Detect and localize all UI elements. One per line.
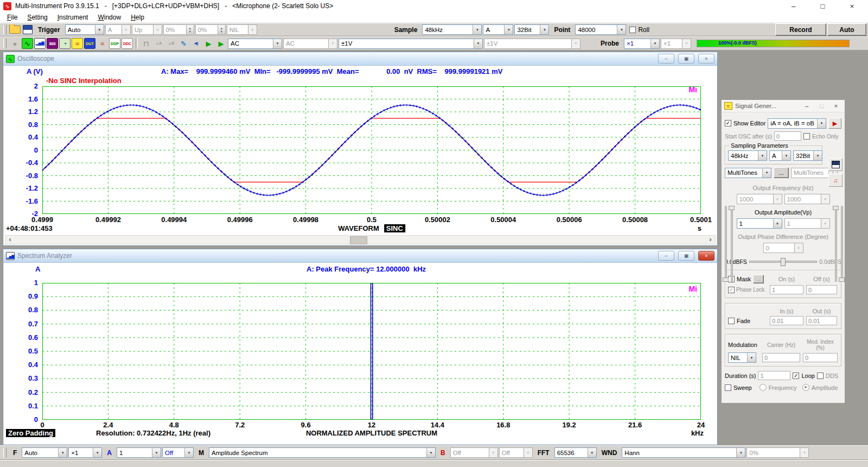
siggen-save-button[interactable]	[828, 158, 843, 171]
spectrum-restore-button[interactable]: ▣	[678, 251, 694, 261]
signal-generator-toolbar-icon[interactable]: ≈	[72, 38, 83, 49]
window-title: Multi-Instrument Pro 3.9.15.1 - [+3DP+DL…	[15, 2, 333, 10]
amplitude-slider-b-inner[interactable]	[833, 206, 838, 282]
sample-rate-select[interactable]: 48kHz▼	[422, 24, 482, 35]
mask-label: Mask	[737, 276, 751, 282]
routing-select[interactable]: iA = oA, iB = oB▼	[768, 118, 826, 129]
mic-stand-icon[interactable]: ⊓	[141, 38, 152, 49]
osc-x-tick-label: 0.50006	[557, 216, 582, 224]
fade-checkbox[interactable]	[728, 318, 735, 324]
trigger-mode-select[interactable]: Auto▼	[65, 24, 104, 35]
oscilloscope-minimize-button[interactable]: –	[658, 54, 674, 64]
calibration-icon[interactable]: ✎	[178, 38, 189, 49]
oscilloscope-view-icon[interactable]: ∿	[22, 38, 33, 49]
scroll-right-arrow[interactable]: ›	[706, 236, 715, 244]
menu-setting[interactable]: Setting	[22, 12, 52, 22]
probe-a-select[interactable]: ×1▼	[624, 39, 660, 49]
spectrum-titlebar[interactable]: ▂▅▇ Spectrum Analyzer – ▣ ×	[3, 249, 717, 263]
output-phase-label: Output Phase Difference (Degree)	[738, 234, 828, 240]
sinc-annotation: -No SINC Interpolation	[46, 77, 122, 85]
zero-padding-badge[interactable]: Zero Padding	[6, 429, 55, 437]
duration-input: 1	[758, 371, 790, 380]
dbfs-slider-handle[interactable]	[781, 258, 786, 266]
play-loop-icon[interactable]: ▶	[215, 38, 227, 49]
open-file-icon[interactable]	[9, 24, 21, 35]
siggen-tone-button[interactable]: ♫	[828, 174, 843, 187]
ground-b-icon[interactable]: ⊥B	[165, 38, 177, 49]
oscilloscope-titlebar[interactable]: ∿ Oscilloscope – ▣ ×	[3, 52, 717, 66]
mask-on-label: On (s)	[770, 276, 803, 282]
amplitude-slider-a-inner[interactable]	[729, 206, 733, 282]
spectrum-3d-view-icon[interactable]: ◔	[59, 38, 71, 49]
siggen-minimize-button[interactable]: –	[801, 103, 813, 109]
fade-in-label: In (s)	[770, 308, 803, 314]
frequency-axis-select[interactable]: Auto▼	[22, 447, 67, 458]
speaker-icon[interactable]: ◀)	[190, 38, 202, 49]
range-a-select[interactable]: ±1V▼	[339, 39, 483, 49]
oscilloscope-scrollbar[interactable]: ‹ ›	[5, 235, 716, 244]
trigger-edge-select: Up▼	[132, 24, 162, 35]
dut-icon[interactable]: DUT	[84, 38, 95, 49]
status-strip	[0, 460, 868, 467]
signal-generator-titlebar[interactable]: ≈ Signal Gener... – □ ×	[722, 100, 845, 112]
minimize-button[interactable]: –	[781, 2, 806, 10]
play-icon[interactable]: ▶	[203, 38, 214, 49]
waveform-a-select[interactable]: MultiTones▼	[725, 168, 771, 178]
menu-instrument[interactable]: Instrument	[53, 12, 93, 22]
a-display-select[interactable]: Off▼	[162, 447, 194, 458]
close-button[interactable]: ×	[839, 2, 865, 10]
oscilloscope-close-button[interactable]: ×	[698, 54, 714, 64]
multitones-edit-button[interactable]: ...	[774, 167, 789, 178]
roll-checkbox[interactable]: Roll	[627, 26, 652, 34]
amp-a-select[interactable]: 1▼	[737, 218, 782, 229]
spec-x-tick-label: 7.2	[235, 421, 245, 429]
toolbar-gripper	[3, 39, 7, 48]
oscilloscope-restore-button[interactable]: ▣	[678, 54, 694, 64]
window-function-select[interactable]: Hann▼	[622, 447, 745, 458]
coupling-a-select[interactable]: AC▼	[228, 39, 282, 49]
save-file-icon[interactable]	[22, 24, 33, 35]
scroll-left-arrow[interactable]: ‹	[5, 236, 15, 244]
siggen-close-button[interactable]: ×	[830, 103, 842, 109]
fft-size-select[interactable]: 65536▼	[554, 447, 597, 458]
ground-a-icon[interactable]: ⊥A	[153, 38, 164, 49]
menu-help[interactable]: Help	[126, 12, 149, 22]
spec-x-tick-label: 16.8	[496, 421, 510, 429]
dds-label: DDS	[826, 373, 838, 379]
scroll-thumb[interactable]	[350, 236, 367, 244]
modulation-label: Modulation	[728, 342, 760, 348]
sample-channel-select[interactable]: A▼	[483, 24, 513, 35]
auto-button[interactable]: Auto	[827, 23, 866, 36]
sample-bits-select[interactable]: 32Bit▼	[514, 24, 549, 35]
siggen-rate-select[interactable]: 48kHz▼	[728, 150, 767, 161]
siggen-channel-select[interactable]: A▼	[769, 150, 791, 161]
menu-window[interactable]: Window	[93, 12, 126, 22]
show-editor-checkbox[interactable]: ✓	[725, 120, 731, 127]
modulation-select[interactable]: NIL▼	[728, 352, 756, 363]
record-button[interactable]: Record	[775, 23, 826, 36]
analysis-mode-select[interactable]: Amplitude Spectrum▼	[209, 447, 436, 458]
maximize-button[interactable]: □	[810, 2, 835, 10]
record-length-select[interactable]: 48000▼	[575, 24, 626, 35]
siggen-bits-select[interactable]: 32Bit▼	[793, 150, 822, 161]
sinc-badge[interactable]: SINC	[384, 224, 405, 232]
record-dot-icon[interactable]: ●	[9, 38, 21, 49]
sweep-checkbox[interactable]	[725, 384, 731, 391]
menu-file[interactable]: File	[2, 12, 22, 22]
dbfs-slider[interactable]	[749, 261, 817, 263]
siggen-play-button[interactable]: ▶	[828, 118, 841, 129]
waveform-axis-title: WAVEFORM	[338, 224, 379, 232]
multimeter-view-icon[interactable]: 888	[47, 38, 58, 49]
derived-data-icon[interactable]: ≈	[97, 38, 108, 49]
amplitude-slider-a-outer[interactable]	[723, 206, 727, 282]
loop-checkbox[interactable]: ✓	[793, 373, 799, 379]
ddp-viewer-icon[interactable]: DDP	[109, 38, 120, 49]
zoom-select[interactable]: ×1▼	[68, 447, 102, 458]
a-range-select[interactable]: 1▼	[117, 447, 161, 458]
spectrum-analyzer-view-icon[interactable]: ▂▅▇	[34, 38, 46, 49]
spectrum-close-button[interactable]: ×	[698, 251, 714, 261]
spectrum-minimize-button[interactable]: –	[658, 251, 674, 261]
osc-x-tick-label: 0.5	[367, 216, 376, 224]
amplitude-slider-b-outer[interactable]	[839, 206, 844, 282]
ddc-viewer-icon[interactable]: DDC	[122, 38, 133, 49]
